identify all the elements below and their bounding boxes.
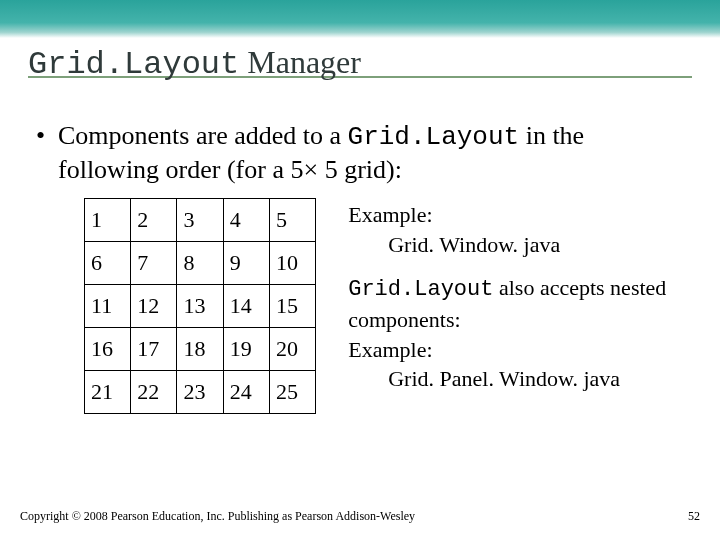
cell: 13 <box>177 285 223 328</box>
example-1-label: Example: <box>348 200 690 230</box>
bullet-text: Components are added to a Grid.Layout in… <box>58 120 684 186</box>
copyright-text: Copyright © 2008 Pearson Education, Inc.… <box>20 509 415 524</box>
cell: 16 <box>85 328 131 371</box>
cell: 14 <box>223 285 269 328</box>
cell: 23 <box>177 371 223 414</box>
example-2-label: Example: <box>348 335 690 365</box>
title-plain: Manager <box>239 44 361 80</box>
cell: 24 <box>223 371 269 414</box>
cell: 21 <box>85 371 131 414</box>
cell: 9 <box>223 242 269 285</box>
footer: Copyright © 2008 Pearson Education, Inc.… <box>20 509 700 524</box>
cell: 22 <box>131 371 177 414</box>
cell: 8 <box>177 242 223 285</box>
title-mono: Grid.Layout <box>28 46 239 83</box>
cell: 17 <box>131 328 177 371</box>
content-row: 1 2 3 4 5 6 7 8 9 10 11 12 13 14 15 16 <box>84 198 690 414</box>
cell: 3 <box>177 199 223 242</box>
table-row: 6 7 8 9 10 <box>85 242 316 285</box>
cell: 7 <box>131 242 177 285</box>
bullet-dot: • <box>36 120 58 186</box>
table-row: 16 17 18 19 20 <box>85 328 316 371</box>
cell: 11 <box>85 285 131 328</box>
bullet-block: • Components are added to a Grid.Layout … <box>36 120 684 186</box>
bullet-pre: Components are added to a <box>58 121 348 150</box>
cell: 1 <box>85 199 131 242</box>
table-row: 21 22 23 24 25 <box>85 371 316 414</box>
note-line-2-mono: Grid.Layout <box>348 277 493 302</box>
slide-title: Grid.Layout Manager <box>28 44 361 83</box>
table-row: 1 2 3 4 5 <box>85 199 316 242</box>
note-line-2: Grid.Layout also accepts nested componen… <box>348 273 690 334</box>
table-row: 11 12 13 14 15 <box>85 285 316 328</box>
header-band <box>0 0 720 38</box>
page-number: 52 <box>688 509 700 524</box>
cell: 5 <box>269 199 315 242</box>
cell: 4 <box>223 199 269 242</box>
cell: 15 <box>269 285 315 328</box>
order-grid: 1 2 3 4 5 6 7 8 9 10 11 12 13 14 15 16 <box>84 198 316 414</box>
cell: 12 <box>131 285 177 328</box>
cell: 18 <box>177 328 223 371</box>
bullet-mono: Grid.Layout <box>348 122 520 152</box>
side-notes: Example: Grid. Window. java Grid.Layout … <box>348 198 690 414</box>
cell: 19 <box>223 328 269 371</box>
cell: 25 <box>269 371 315 414</box>
slide: Grid.Layout Manager • Components are add… <box>0 0 720 540</box>
cell: 2 <box>131 199 177 242</box>
cell: 10 <box>269 242 315 285</box>
example-2-value: Grid. Panel. Window. java <box>348 364 690 394</box>
example-1-value: Grid. Window. java <box>348 230 690 260</box>
cell: 6 <box>85 242 131 285</box>
cell: 20 <box>269 328 315 371</box>
